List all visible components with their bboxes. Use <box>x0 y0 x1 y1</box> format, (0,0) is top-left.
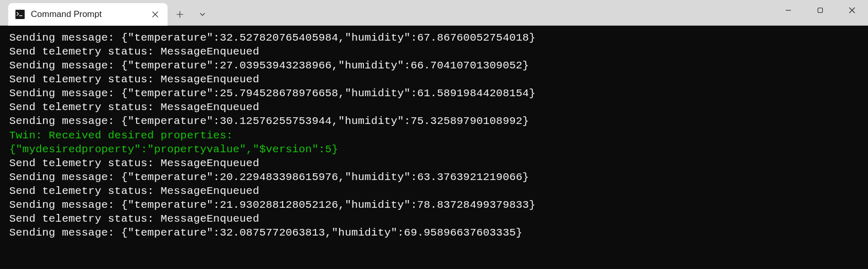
window-controls <box>772 0 868 21</box>
terminal-line: Send telemetry status: MessageEnqueued <box>9 45 859 59</box>
minimize-button[interactable] <box>772 0 804 21</box>
tab-dropdown-button[interactable] <box>192 3 213 26</box>
svg-rect-3 <box>818 8 823 13</box>
tab-title: Command Prompt <box>31 9 143 20</box>
terminal-output[interactable]: Sending message: {"temperature":32.52782… <box>0 26 868 245</box>
terminal-line: Sending message: {"temperature":21.93028… <box>9 198 859 212</box>
terminal-line: Send telemetry status: MessageEnqueued <box>9 184 859 198</box>
terminal-line: Send telemetry status: MessageEnqueued <box>9 212 859 226</box>
terminal-icon <box>15 10 25 19</box>
titlebar: Command Prompt <box>0 0 868 26</box>
close-button[interactable] <box>836 0 868 21</box>
terminal-line: Twin: Received desired properties: <box>9 129 859 142</box>
terminal-line: Sending message: {"temperature":25.79452… <box>9 86 859 100</box>
terminal-line: Sending message: {"temperature":20.22948… <box>9 170 859 184</box>
terminal-line: Sending message: {"temperature":30.12576… <box>9 114 859 128</box>
terminal-line: Sending message: {"temperature":27.03953… <box>9 59 859 73</box>
terminal-line: Sending message: {"temperature":32.08757… <box>9 226 859 240</box>
terminal-line: Sending message: {"temperature":32.52782… <box>9 31 859 45</box>
maximize-button[interactable] <box>804 0 836 21</box>
terminal-line: {"mydesiredproperty":"propertyvalue","$v… <box>9 142 859 156</box>
svg-rect-0 <box>15 10 25 19</box>
new-tab-button[interactable] <box>168 3 192 26</box>
terminal-line: Send telemetry status: MessageEnqueued <box>9 100 859 114</box>
tab-close-button[interactable] <box>149 8 161 21</box>
tab-command-prompt[interactable]: Command Prompt <box>8 3 168 26</box>
terminal-line: Send telemetry status: MessageEnqueued <box>9 156 859 170</box>
terminal-line: Send telemetry status: MessageEnqueued <box>9 73 859 86</box>
